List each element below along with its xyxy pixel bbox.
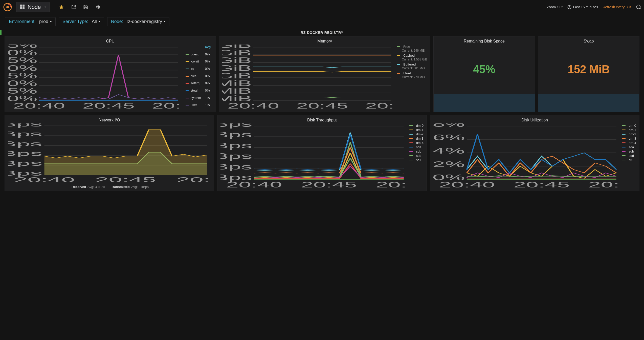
chart-plot[interactable]: 0 Bps20 kBps40 kBps60 kBps80 kBps100 kBp…	[220, 123, 407, 189]
legend-item[interactable]: dm-4	[622, 141, 636, 145]
svg-text:0.4%: 0.4%	[433, 146, 465, 155]
svg-text:20:45: 20:45	[95, 176, 156, 183]
svg-text:2.4 GiB: 2.4 GiB	[222, 56, 252, 65]
svg-text:1000 MiB: 1000 MiB	[222, 79, 252, 88]
legend: ReceivedAvg: 3 kBpsTransmittedAvg: 3 kBp…	[8, 183, 211, 189]
legend-item[interactable]: irq 0%	[184, 66, 213, 74]
legend-item[interactable]: iowait 0%	[184, 59, 213, 66]
svg-text:35%: 35%	[8, 45, 37, 49]
legend-item[interactable]: Used	[397, 71, 427, 75]
tpl-server-type[interactable]: Server Type: All	[59, 17, 104, 26]
dashboard-grid-icon	[20, 5, 25, 10]
svg-text:20:50: 20:50	[376, 180, 408, 189]
legend: FreeCurrent: 246 MiBCachedCurrent: 1.568…	[397, 45, 427, 110]
disk-space-value: 45%	[437, 45, 531, 94]
zoom-out-button[interactable]: Zoom Out	[547, 5, 562, 9]
panel-network-io[interactable]: Network I/O 0 Bps3 kBps5 kBps8 kBps10 kB…	[5, 115, 214, 191]
tpl-environment[interactable]: Environment: prod	[5, 17, 56, 26]
legend-item[interactable]: sr0	[622, 158, 636, 162]
gear-icon[interactable]	[95, 5, 100, 10]
legend-item[interactable]: sr0	[409, 158, 424, 162]
legend-item[interactable]: dm-1	[622, 128, 636, 132]
legend-item[interactable]: dm-1	[409, 128, 424, 132]
svg-text:1.5 GiB: 1.5 GiB	[222, 71, 252, 80]
svg-text:13 kBps: 13 kBps	[8, 123, 42, 128]
svg-text:3.4 GiB: 3.4 GiB	[222, 45, 252, 49]
legend-item[interactable]: sdb	[409, 149, 424, 154]
chart-plot[interactable]: 0 Bps3 kBps5 kBps8 kBps10 kBps13 kBps20:…	[8, 123, 211, 183]
panel-disk-throughput[interactable]: Disk Throughput 0 Bps20 kBps40 kBps60 kB…	[217, 115, 427, 191]
legend-item[interactable]: sda	[622, 145, 636, 149]
svg-text:20:50: 20:50	[176, 176, 211, 183]
legend-item[interactable]: user 1%	[184, 102, 213, 110]
nav-actions	[59, 5, 100, 10]
refresh-interval[interactable]: Refresh every 30s	[603, 5, 631, 9]
chevron-down-icon	[50, 21, 52, 22]
legend-item[interactable]: steal 0%	[184, 88, 213, 95]
panel-disk-space[interactable]: Remaining Disk Space 45%	[433, 36, 535, 112]
svg-text:2.9 GiB: 2.9 GiB	[222, 48, 252, 57]
legend-item[interactable]: dm-0	[409, 123, 424, 128]
panel-title: Disk Throughput	[220, 118, 424, 122]
legend-item[interactable]: ReceivedAvg: 3 kBps	[70, 185, 105, 189]
legend-item[interactable]: nice 0%	[184, 74, 213, 81]
chart-plot[interactable]: 0%5%10%15%20%25%30%35%20:4020:4520:50	[8, 45, 182, 110]
legend: avg guest 0% iowait 0% irq 0% nice 0% so…	[184, 45, 213, 110]
legend: dm-0dm-1dm-2dm-3dm-4sdasdbsddsr0	[622, 123, 636, 189]
panel-disk-utilization[interactable]: Disk Utilization 0%0.2%0.4%0.6%0.8%20:40…	[430, 115, 639, 191]
legend-item[interactable]: dm-2	[622, 132, 636, 136]
svg-text:3 kBps: 3 kBps	[8, 159, 42, 167]
row-handle[interactable]	[0, 30, 2, 35]
svg-text:500 MiB: 500 MiB	[222, 87, 252, 95]
panel-title: Disk Utilization	[433, 118, 636, 122]
legend-item[interactable]: dm-4	[409, 141, 424, 145]
legend-item[interactable]: TransmittedAvg: 3 kBps	[109, 185, 149, 189]
chevron-down-icon	[164, 21, 166, 22]
svg-text:40 kBps: 40 kBps	[220, 152, 252, 160]
chart-plot[interactable]: 0 MiB500 MiB1000 MiB1.5 GiB2.0 GiB2.4 Gi…	[222, 45, 395, 110]
star-icon[interactable]	[59, 5, 64, 10]
legend-item[interactable]: sdb	[622, 149, 636, 154]
panel-title: Network I/O	[8, 118, 211, 122]
svg-text:30%: 30%	[8, 48, 37, 57]
legend-item[interactable]: Buffered	[397, 62, 427, 67]
svg-point-1	[6, 6, 9, 8]
refresh-icon[interactable]	[636, 4, 641, 10]
time-range-picker[interactable]: Last 15 minutes	[567, 5, 598, 9]
share-icon[interactable]	[71, 5, 76, 10]
grafana-logo[interactable]	[3, 3, 12, 12]
svg-text:0.6%: 0.6%	[433, 133, 465, 142]
legend-item[interactable]: dm-3	[409, 136, 424, 141]
legend-item[interactable]: sdd	[409, 154, 424, 158]
svg-text:25%: 25%	[8, 56, 37, 65]
chevron-down-icon	[98, 21, 100, 22]
panel-swap[interactable]: Swap 152 MiB	[538, 36, 639, 112]
svg-text:100 kBps: 100 kBps	[220, 123, 252, 128]
chevron-down-icon	[45, 7, 46, 8]
legend-item[interactable]: sdd	[622, 154, 636, 158]
legend-item[interactable]: sda	[409, 145, 424, 149]
panel-cpu[interactable]: CPU 0%5%10%15%20%25%30%35%20:4020:4520:5…	[5, 36, 216, 112]
legend-item[interactable]: Free	[397, 45, 427, 49]
svg-text:80 kBps: 80 kBps	[220, 130, 252, 139]
svg-text:20:40: 20:40	[13, 101, 65, 110]
save-icon[interactable]	[83, 5, 88, 10]
tpl-node[interactable]: Node: rz-docker-registry	[107, 17, 169, 26]
panel-memory[interactable]: Memory 0 MiB500 MiB1000 MiB1.5 GiB2.0 Gi…	[219, 36, 430, 112]
legend-item[interactable]: softirq 0%	[184, 81, 213, 88]
svg-text:20:50: 20:50	[152, 101, 182, 110]
svg-text:15%: 15%	[8, 71, 37, 80]
dashboard-picker[interactable]: Node	[16, 2, 50, 12]
svg-text:0.8%: 0.8%	[433, 123, 465, 128]
svg-text:20%: 20%	[8, 64, 37, 72]
legend-item[interactable]: dm-2	[409, 132, 424, 136]
legend-item[interactable]: dm-3	[622, 136, 636, 141]
chart-plot[interactable]: 0%0.2%0.4%0.6%0.8%20:4020:4520:50	[433, 123, 620, 189]
svg-text:20:50: 20:50	[588, 180, 620, 189]
svg-text:20 kBps: 20 kBps	[220, 162, 252, 171]
legend-item[interactable]: guest 0%	[184, 52, 213, 59]
legend-item[interactable]: Cached	[397, 53, 427, 58]
legend-item[interactable]: system 1%	[184, 95, 213, 103]
svg-text:60 kBps: 60 kBps	[220, 141, 252, 150]
legend-item[interactable]: dm-0	[622, 123, 636, 128]
